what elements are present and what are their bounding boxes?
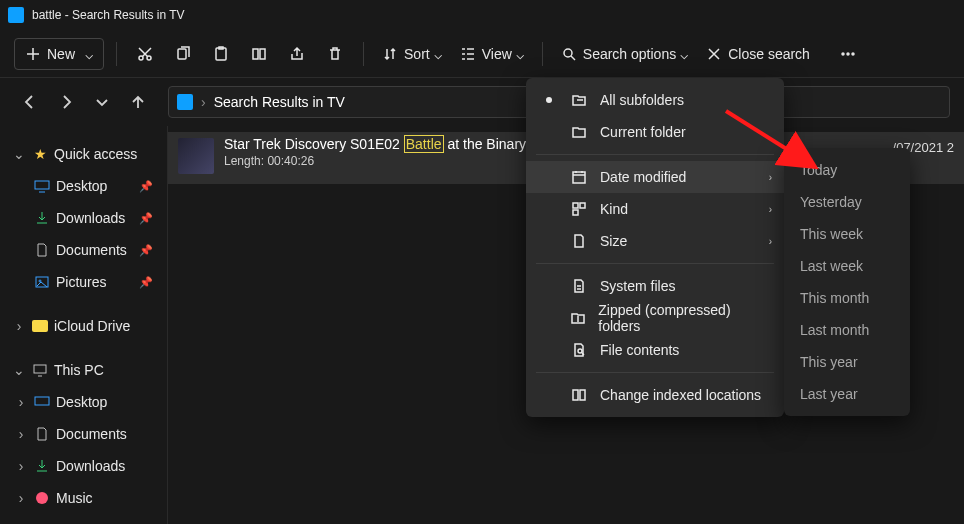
calendar-icon (570, 169, 588, 185)
arrow-up-icon (130, 94, 146, 110)
menu-kind[interactable]: Kind› (526, 193, 784, 225)
chevron-right-icon: › (769, 204, 772, 215)
delete-button[interactable] (319, 38, 351, 70)
menu-label: File contents (600, 342, 679, 358)
forward-button[interactable] (50, 86, 82, 118)
menu-all-subfolders[interactable]: All subfolders (526, 84, 784, 116)
sort-icon (382, 46, 398, 62)
chevron-down-icon: ⌄ (12, 146, 26, 162)
sidebar-label: Downloads (56, 458, 125, 474)
new-label: New (47, 46, 75, 62)
toolbar: New ⌵ Sort ⌵ View ⌵ Search options ⌵ Clo… (0, 30, 964, 78)
submenu-this-month[interactable]: This month (784, 282, 910, 314)
sidebar-item-documents[interactable]: Documents📌 (4, 234, 163, 266)
download-icon (34, 458, 50, 474)
sidebar-item-pictures[interactable]: Pictures📌 (4, 266, 163, 298)
search-options-button[interactable]: Search options ⌵ (555, 38, 694, 70)
submenu-this-year[interactable]: This year (784, 346, 910, 378)
pin-icon: 📌 (139, 212, 153, 225)
menu-change-indexed[interactable]: Change indexed locations (526, 379, 784, 411)
svg-point-0 (139, 56, 143, 60)
copy-button[interactable] (167, 38, 199, 70)
menu-size[interactable]: Size› (526, 225, 784, 257)
submenu-last-month[interactable]: Last month (784, 314, 910, 346)
sidebar-label: Documents (56, 242, 127, 258)
svg-rect-5 (253, 49, 258, 59)
view-label: View (482, 46, 512, 62)
sidebar-pc-music[interactable]: ›Music (4, 482, 163, 514)
plus-icon (25, 46, 41, 62)
menu-date-modified[interactable]: Date modified› (526, 161, 784, 193)
nav-row: › Search Results in TV (0, 78, 964, 126)
chevron-down-icon: ⌵ (85, 46, 93, 62)
chevron-down-icon: ⌵ (434, 46, 442, 62)
chevron-right-icon: › (201, 94, 206, 110)
submenu-label: Last month (800, 322, 869, 338)
paste-button[interactable] (205, 38, 237, 70)
menu-separator (536, 372, 774, 373)
separator (116, 42, 117, 66)
chevron-down-icon (94, 94, 110, 110)
search-options-label: Search options (583, 46, 676, 62)
new-button[interactable]: New ⌵ (14, 38, 104, 70)
size-icon (570, 233, 588, 249)
menu-separator (536, 263, 774, 264)
recent-button[interactable] (86, 86, 118, 118)
menu-current-folder[interactable]: Current folder (526, 116, 784, 148)
more-button[interactable] (832, 38, 864, 70)
sidebar-pc-desktop[interactable]: ›Desktop (4, 386, 163, 418)
menu-file-contents[interactable]: File contents (526, 334, 784, 366)
menu-label: Kind (600, 201, 628, 217)
submenu-yesterday[interactable]: Yesterday (784, 186, 910, 218)
svg-rect-20 (573, 210, 578, 215)
chevron-right-icon: › (769, 172, 772, 183)
view-button[interactable]: View ⌵ (454, 38, 530, 70)
zip-icon (569, 310, 586, 326)
indexed-icon (570, 387, 588, 403)
sidebar-label: Music (56, 490, 93, 506)
length-label: Length: (224, 154, 267, 168)
svg-rect-2 (178, 49, 186, 59)
sidebar-quick-access[interactable]: ⌄ ★ Quick access (4, 138, 163, 170)
cut-button[interactable] (129, 38, 161, 70)
sidebar-icloud-drive[interactable]: › iCloud Drive (4, 310, 163, 342)
submenu-today[interactable]: Today (784, 154, 910, 186)
svg-point-8 (842, 53, 844, 55)
svg-point-21 (578, 349, 582, 353)
menu-zipped[interactable]: Zipped (compressed) folders (526, 302, 784, 334)
menu-system-files[interactable]: System files (526, 270, 784, 302)
close-search-button[interactable]: Close search (700, 38, 816, 70)
up-button[interactable] (122, 86, 154, 118)
sidebar-pc-downloads[interactable]: ›Downloads (4, 450, 163, 482)
submenu-label: Today (800, 162, 837, 178)
submenu-label: This month (800, 290, 869, 306)
sidebar-pc-documents[interactable]: ›Documents (4, 418, 163, 450)
svg-rect-15 (35, 397, 49, 405)
breadcrumb-text: Search Results in TV (214, 94, 345, 110)
sort-button[interactable]: Sort ⌵ (376, 38, 448, 70)
pc-icon (32, 362, 48, 378)
share-button[interactable] (281, 38, 313, 70)
submenu-last-week[interactable]: Last week (784, 250, 910, 282)
submenu-label: This year (800, 354, 858, 370)
submenu-label: Last week (800, 258, 863, 274)
svg-rect-18 (573, 203, 578, 208)
sidebar-this-pc[interactable]: ⌄ This PC (4, 354, 163, 386)
submenu-this-week[interactable]: This week (784, 218, 910, 250)
download-icon (34, 210, 50, 226)
svg-point-1 (147, 56, 151, 60)
sidebar-item-downloads[interactable]: Downloads📌 (4, 202, 163, 234)
sidebar-item-desktop[interactable]: Desktop📌 (4, 170, 163, 202)
submenu-last-year[interactable]: Last year (784, 378, 910, 410)
separator (363, 42, 364, 66)
search-highlight: Battle (404, 135, 444, 153)
menu-separator (536, 154, 774, 155)
folder-icon (32, 320, 48, 332)
arrow-left-icon (22, 94, 38, 110)
radio-icon (540, 97, 558, 103)
folder-icon (570, 124, 588, 140)
sort-label: Sort (404, 46, 430, 62)
rename-button[interactable] (243, 38, 275, 70)
back-button[interactable] (14, 86, 46, 118)
title-bar: battle - Search Results in TV (0, 0, 964, 30)
